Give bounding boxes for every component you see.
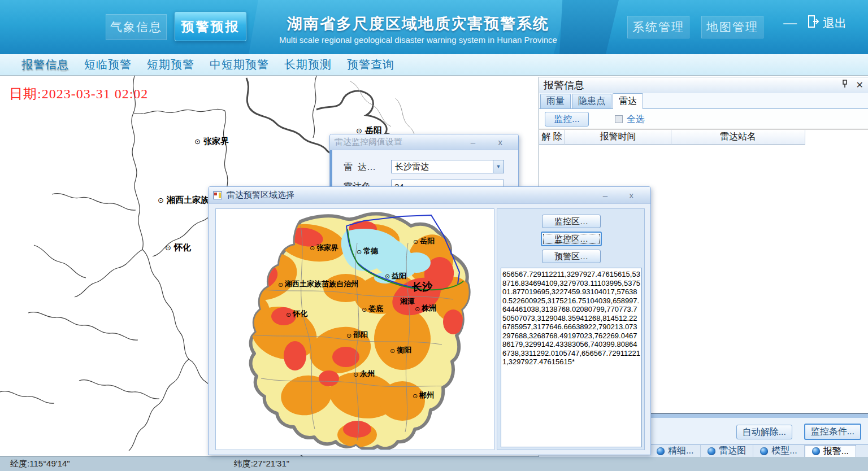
column-radar-station[interactable]: 雷达站名 — [671, 130, 805, 145]
city-marker: ⊙ — [390, 347, 395, 355]
region-dialog-titlebar[interactable]: 雷达预警区域选择 — [209, 187, 650, 204]
globe-icon — [812, 447, 820, 455]
dialog-minimize-icon[interactable]: – — [471, 137, 475, 147]
dialog-close-icon[interactable]: x — [630, 190, 634, 200]
alarm-panel-titlebar: 报警信息 — [539, 77, 868, 93]
warnmap-label-changde: 常德 — [363, 246, 378, 256]
warnmap-label-shaoyang: 邵阳 — [353, 330, 368, 340]
city-marker: ⊙ — [353, 371, 358, 378]
monitor-condition-button[interactable]: 监控条件... — [804, 424, 861, 440]
app-header: 气象信息 预警预报 湖南省多尺度区域地质灾害预警系统 Multi scale r… — [0, 0, 868, 54]
app-title: 湖南省多尺度区域地质灾害预警系统 — [257, 14, 579, 34]
warnmap-label-changsha: 长沙 — [412, 280, 432, 294]
column-alarm-time[interactable]: 报警时间 — [565, 130, 671, 145]
warnmap-label-loudi: 娄底 — [368, 304, 383, 314]
bottom-tab-alarm[interactable]: 报警... — [805, 445, 856, 457]
nav-item-warning-query[interactable]: 预警查询 — [347, 57, 394, 72]
longitude-readout: 经度:115°49'14" — [10, 459, 70, 469]
threshold-dialog-titlebar[interactable]: 雷达监控阈值设置 — [330, 134, 518, 150]
city-marker: ⊙ — [286, 311, 291, 319]
warning-region-button[interactable]: 预警区… — [542, 250, 601, 263]
nav-item-midterm-warning[interactable]: 中短期预警 — [210, 57, 269, 72]
globe-icon — [760, 447, 768, 455]
monitor-region-button-2[interactable]: 监控区… — [541, 232, 602, 246]
warnmap-label-yiyang: 益阳 — [392, 271, 406, 281]
radar-field-label: 雷 达… — [344, 162, 376, 173]
chevron-down-icon[interactable]: ▼ — [493, 160, 504, 173]
city-marker: ⊙ — [194, 137, 201, 146]
warning-forecast-button[interactable]: 预警预报 — [175, 12, 246, 41]
column-release[interactable]: 解 除 — [539, 130, 565, 145]
globe-icon — [657, 447, 665, 455]
city-marker: ⊙ — [413, 393, 418, 400]
system-management-button[interactable]: 系统管理 — [627, 16, 689, 38]
app-subtitle: Multi scale regional geological disaster… — [257, 35, 579, 45]
nav-item-longterm-forecast[interactable]: 长期预测 — [284, 57, 332, 72]
warnmap-label-chenzhou: 郴州 — [419, 390, 434, 400]
warnmap-label-yueyang: 岳阳 — [420, 236, 435, 246]
latitude-readout: 纬度:27°21'31" — [234, 459, 289, 469]
city-marker: ⊙ — [310, 245, 315, 252]
minimize-button[interactable]: — — [783, 15, 797, 30]
city-marker: ⊙ — [158, 196, 164, 204]
bottom-tab-radar-image[interactable]: 雷达图 — [701, 445, 753, 457]
tab-hazard-points[interactable]: 隐患点 — [572, 94, 611, 108]
region-controls-panel: 监控区… 监控区… 预警区… 656567.729112211,3297927.… — [497, 208, 645, 450]
city-marker: ⊙ — [413, 238, 418, 246]
monitor-region-button-1[interactable]: 监控区… — [542, 215, 601, 228]
bottom-tab-label: 报警... — [823, 446, 849, 457]
bottom-tab-fine[interactable]: 精细... — [650, 445, 701, 457]
radar-select-combobox[interactable]: 长沙雷达 ▼ — [391, 160, 504, 173]
monitor-button[interactable]: 监控... — [545, 112, 589, 127]
globe-icon — [708, 447, 715, 455]
radar-select-value: 长沙雷达 — [395, 162, 493, 172]
hunan-warning-map — [216, 209, 494, 450]
city-marker: ⊙ — [346, 332, 351, 339]
region-coordinates-textarea[interactable]: 656567.729112211,3297927.47615615,538716… — [501, 268, 642, 447]
map-date-label: 日期:2023-03-31 02:02 — [9, 85, 148, 103]
city-marker: ⊙ — [385, 273, 390, 280]
select-all-checkbox[interactable] — [615, 115, 623, 123]
nav-item-shortterm-warning[interactable]: 短期预警 — [147, 57, 194, 72]
bottom-tab-model[interactable]: 模型... — [753, 445, 804, 457]
form-window-icon — [213, 191, 222, 199]
tab-rainfall[interactable]: 雨量 — [540, 94, 571, 108]
warnmap-label-xiangtan: 湘潭 — [400, 296, 415, 307]
radar-threshold-dialog: 雷达监控阈值设置 – x 雷 达… 长沙雷达 ▼ 雷达色… 24 — [329, 134, 519, 187]
nav-item-alarm-info[interactable]: 报警信息 — [21, 57, 69, 72]
alarm-table-header: 解 除 报警时间 雷达站名 — [539, 130, 868, 145]
tab-radar[interactable]: 雷达 — [613, 93, 643, 109]
close-icon[interactable]: ✕ — [856, 80, 863, 90]
pin-icon[interactable] — [841, 80, 848, 90]
auto-release-button[interactable]: 自动解除... — [736, 425, 792, 439]
city-marker: ⊙ — [362, 306, 367, 313]
dialog-close-icon[interactable]: x — [498, 137, 503, 147]
bottom-tab-label: 雷达图 — [719, 445, 746, 457]
weather-info-button[interactable]: 气象信息 — [106, 14, 167, 40]
city-marker: ⊙ — [278, 281, 283, 289]
city-marker: ⊙ — [415, 306, 420, 313]
warnmap-label-huaihua: 怀化 — [293, 309, 307, 319]
city-marker: ⊙ — [357, 248, 362, 256]
status-bar: 经度:115°49'14" 纬度:27°21'31" — [0, 456, 868, 471]
dialog-accent-border — [330, 150, 332, 186]
warnmap-label-zhuzhou: 株洲 — [422, 303, 436, 313]
map-management-button[interactable]: 地图管理 — [701, 16, 763, 38]
exit-label: 退出 — [823, 15, 847, 31]
bottom-tab-label: 模型... — [771, 445, 797, 457]
warnmap-label-hengyang: 衡阳 — [397, 345, 411, 355]
city-marker: ⊙ — [165, 243, 171, 252]
radar-region-dialog: 雷达预警区域选择 – x — [208, 186, 651, 455]
exit-button[interactable]: 退出 — [807, 15, 847, 31]
warnmap-label-zhangjiajie: 张家界 — [316, 243, 338, 253]
alarm-tab-bar: 雨量 隐患点 雷达 — [539, 93, 868, 109]
warnmap-label-xiangxi: 湘西土家族苗族自治州 — [285, 279, 358, 289]
exit-door-icon — [807, 15, 819, 31]
city-label-zhangjiajie: 张家界 — [203, 136, 229, 147]
threshold-dialog-title: 雷达监控阈值设置 — [335, 137, 402, 147]
dialog-minimize-icon[interactable]: – — [603, 190, 607, 200]
alarm-toolbar: 监控... 全选 — [539, 110, 868, 129]
nav-item-nowcast-warning[interactable]: 短临预警 — [84, 57, 132, 72]
warning-map-panel[interactable]: ⊙ 张家界 ⊙ 常德 ⊙ 岳阳 ⊙ 益阳 长沙 ⊙ 湘西土家族苗族自治州 湘潭 … — [215, 208, 494, 450]
bottom-tab-label: 精细... — [668, 445, 693, 457]
